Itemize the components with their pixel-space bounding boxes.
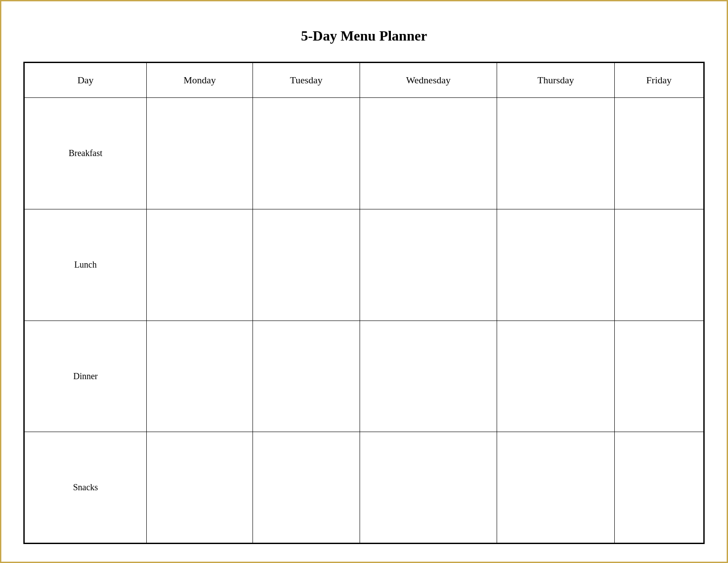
meal-cell-breakfast-thursday[interactable]	[497, 98, 614, 209]
meal-cell-breakfast-wednesday[interactable]	[360, 98, 497, 209]
col-header-monday: Monday	[146, 63, 253, 98]
meal-cell-snacks-tuesday[interactable]	[253, 432, 360, 544]
meal-cell-snacks-thursday[interactable]	[497, 432, 614, 544]
col-header-thursday: Thursday	[497, 63, 614, 98]
meal-cell-dinner-monday[interactable]	[146, 321, 253, 432]
meal-cell-lunch-monday[interactable]	[146, 209, 253, 321]
col-header-tuesday: Tuesday	[253, 63, 360, 98]
meal-cell-snacks-friday[interactable]	[614, 432, 704, 544]
header-row: Day Monday Tuesday Wednesday Thursday Fr…	[24, 63, 704, 98]
meal-cell-dinner-thursday[interactable]	[497, 321, 614, 432]
meal-row-breakfast: Breakfast	[24, 98, 704, 209]
page-title: 5-Day Menu Planner	[301, 28, 427, 44]
meal-cell-dinner-tuesday[interactable]	[253, 321, 360, 432]
meal-label-dinner: Dinner	[24, 321, 147, 432]
meal-cell-snacks-wednesday[interactable]	[360, 432, 497, 544]
meal-label-lunch: Lunch	[24, 209, 147, 321]
meal-label-breakfast: Breakfast	[24, 98, 147, 209]
meal-cell-dinner-friday[interactable]	[614, 321, 704, 432]
meal-cell-breakfast-tuesday[interactable]	[253, 98, 360, 209]
meal-row-dinner: Dinner	[24, 321, 704, 432]
meal-cell-dinner-wednesday[interactable]	[360, 321, 497, 432]
meal-label-snacks: Snacks	[24, 432, 147, 544]
meal-cell-lunch-thursday[interactable]	[497, 209, 614, 321]
meal-cell-lunch-wednesday[interactable]	[360, 209, 497, 321]
meal-cell-snacks-monday[interactable]	[146, 432, 253, 544]
col-header-day: Day	[24, 63, 147, 98]
menu-planner-table: Day Monday Tuesday Wednesday Thursday Fr…	[23, 62, 705, 544]
meal-cell-lunch-tuesday[interactable]	[253, 209, 360, 321]
col-header-wednesday: Wednesday	[360, 63, 497, 98]
meal-cell-breakfast-monday[interactable]	[146, 98, 253, 209]
meal-cell-breakfast-friday[interactable]	[614, 98, 704, 209]
meal-cell-lunch-friday[interactable]	[614, 209, 704, 321]
col-header-friday: Friday	[614, 63, 704, 98]
meal-row-snacks: Snacks	[24, 432, 704, 544]
meal-row-lunch: Lunch	[24, 209, 704, 321]
